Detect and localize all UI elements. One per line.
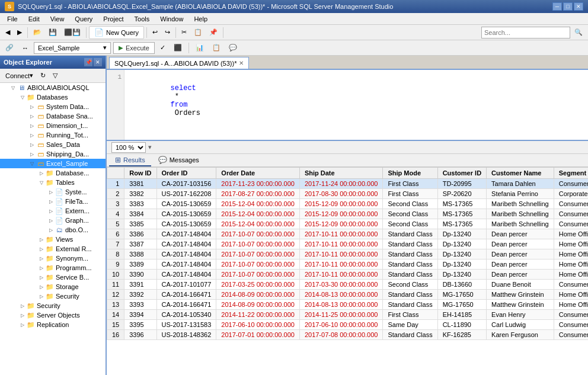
sql-content[interactable]: select * from Orders — [113, 73, 582, 126]
table-row[interactable]: 16 3396 US-2018-148362 2017-07-01 00:00:… — [107, 330, 589, 340]
tree-running[interactable]: ▷ 🗃 Running_Tot... — [0, 130, 106, 140]
tree-root[interactable]: ▽ 🖥 ABIOLA\ABIOLASQL — [0, 83, 106, 92]
menu-view[interactable]: View — [46, 14, 69, 24]
refresh-button[interactable]: ↻ — [37, 69, 49, 82]
tree-prog[interactable]: ▷ 📁 Programm... — [0, 263, 106, 273]
explorer-header-buttons[interactable]: 📌 ✕ — [84, 58, 102, 66]
new-query-button[interactable]: 📄 New Query — [89, 26, 144, 39]
table-row[interactable]: 4 3384 CA-2015-130659 2015-12-04 00:00:0… — [107, 209, 589, 219]
table-row[interactable]: 14 3394 CA-2014-105340 2014-11-22 00:00:… — [107, 310, 589, 320]
sql-query-tab[interactable]: SQLQuery1.sql - A...ABIOLA DAVID (53))* … — [109, 57, 249, 69]
menu-edit[interactable]: Edit — [24, 14, 44, 24]
tree-fileta[interactable]: ▷ 📄 FileTa... — [0, 197, 106, 206]
connect-button[interactable]: Connect ▾ — [2, 69, 36, 82]
tree-sec-expand[interactable]: ▷ — [19, 302, 26, 309]
col-header-customername[interactable]: Customer Name — [487, 168, 554, 179]
database-dropdown[interactable]: Excel_Sample ▾ — [34, 42, 111, 54]
minimize-button[interactable]: ─ — [552, 2, 562, 11]
table-row[interactable]: 3 3383 CA-2015-130659 2015-12-04 00:00:0… — [107, 199, 589, 209]
tree-graph-expand[interactable]: ▷ — [47, 217, 55, 224]
table-row[interactable]: 6 3386 CA-2017-148404 2017-10-07 00:00:0… — [107, 229, 589, 239]
filter-button[interactable]: ▽ — [50, 69, 60, 82]
search-button[interactable]: 🔍 — [571, 26, 586, 39]
tree-excel-expand[interactable]: ▽ — [28, 160, 36, 167]
col-header-orderdate[interactable]: Order Date — [216, 168, 300, 179]
tree-syn-expand[interactable]: ▷ — [38, 255, 45, 262]
tree-tables[interactable]: ▽ 📁 Tables — [0, 178, 106, 187]
col-header-segment[interactable]: Segment — [554, 168, 588, 179]
undo-button[interactable]: ↩ — [149, 26, 161, 39]
col-header-orderid[interactable]: Order ID — [156, 168, 216, 179]
title-bar-buttons[interactable]: ─ □ ✕ — [552, 2, 583, 11]
tree-dim-expand[interactable]: ▷ — [28, 122, 36, 129]
tree-dimension[interactable]: ▷ 🗃 Dimension_t... — [0, 121, 106, 130]
tree-secsub-expand[interactable]: ▷ — [38, 293, 45, 300]
toolbar2-btn2[interactable]: ↔ — [19, 41, 31, 55]
table-row[interactable]: 5 3385 CA-2015-130659 2015-12-04 00:00:0… — [107, 219, 589, 229]
menu-help[interactable]: Help — [189, 14, 212, 24]
messages-button[interactable]: 💬 — [226, 41, 240, 55]
tree-databases[interactable]: ▽ 📁 Databases — [0, 92, 106, 102]
tree-db-props[interactable]: ▷ 📁 Database... — [0, 168, 106, 178]
paste-button[interactable]: 📌 — [206, 26, 220, 39]
tree-system-data[interactable]: ▷ 🗃 System Data... — [0, 102, 106, 111]
table-row[interactable]: 9 3389 CA-2017-148404 2017-10-07 00:00:0… — [107, 259, 589, 270]
tree-extref-expand[interactable]: ▷ — [38, 245, 45, 252]
col-header-rowid[interactable]: Row ID — [124, 168, 156, 179]
tree-prog-expand[interactable]: ▷ — [38, 264, 45, 271]
tree-ship-expand[interactable]: ▷ — [28, 150, 36, 158]
tree-views[interactable]: ▷ 📁 Views — [0, 235, 106, 244]
copy-button[interactable]: 📋 — [191, 26, 205, 39]
tree-views-expand[interactable]: ▷ — [38, 236, 45, 243]
tree-root-expand[interactable]: ▽ — [9, 84, 17, 91]
table-row[interactable]: 15 3395 US-2017-131583 2017-06-10 00:00:… — [107, 320, 589, 330]
col-header-customerid[interactable]: Customer ID — [437, 168, 486, 179]
sql-editor[interactable]: 1 select * from Orders — [107, 70, 588, 141]
col-header-shipmode[interactable]: Ship Mode — [383, 168, 437, 179]
tree-storage-expand[interactable]: ▷ — [38, 283, 45, 290]
menu-file[interactable]: File — [2, 14, 23, 24]
save-all-button[interactable]: ⬛💾 — [61, 26, 84, 39]
toolbar2-btn1[interactable]: 🔗 — [2, 41, 17, 55]
back-button[interactable]: ◀ — [2, 26, 13, 39]
execute-button[interactable]: ▶ Execute — [113, 42, 155, 54]
tree-excel-sample[interactable]: ▽ 🗃 Excel_Sample — [0, 159, 106, 168]
tree-fileta-expand[interactable]: ▷ — [47, 198, 55, 205]
tree-dbprops-expand[interactable]: ▷ — [38, 169, 45, 177]
tree-storage[interactable]: ▷ 📁 Storage — [0, 282, 106, 291]
tree-graph[interactable]: ▷ 📄 Graph... — [0, 216, 106, 225]
tree-service[interactable]: ▷ 📁 Service B... — [0, 273, 106, 282]
table-row[interactable]: 7 3387 CA-2017-148404 2017-10-07 00:00:0… — [107, 239, 589, 249]
tree-run-expand[interactable]: ▷ — [28, 132, 36, 139]
tree-srvobj-expand[interactable]: ▷ — [19, 312, 26, 319]
redo-button[interactable]: ↪ — [162, 26, 173, 39]
tree-replication[interactable]: ▷ 📁 Replication — [0, 320, 106, 329]
cut-button[interactable]: ✂ — [178, 26, 190, 39]
tree-synonym[interactable]: ▷ 📁 Synonym... — [0, 254, 106, 263]
menu-project[interactable]: Project — [98, 14, 128, 24]
menu-window[interactable]: Window — [155, 14, 188, 24]
tree-dbo-expand[interactable]: ▷ — [47, 226, 55, 233]
forward-button[interactable]: ▶ — [14, 26, 25, 39]
menu-tools[interactable]: Tools — [130, 14, 155, 24]
messages-tab[interactable]: 💬 Messages — [152, 155, 205, 166]
results-table-container[interactable]: Row ID Order ID Order Date Ship Date Shi… — [107, 167, 588, 375]
tree-extref[interactable]: ▷ 📁 External R... — [0, 244, 106, 254]
table-row[interactable]: 10 3390 CA-2017-148404 2017-10-07 00:00:… — [107, 270, 589, 280]
tree-sales[interactable]: ▷ 🗃 Sales_Data — [0, 140, 106, 149]
tree-external[interactable]: ▷ 📄 Extern... — [0, 206, 106, 216]
results-tab[interactable]: ⊞ Results — [109, 155, 151, 166]
tree-dbsnap-expand[interactable]: ▷ — [28, 113, 36, 120]
table-row[interactable]: 11 3391 CA-2017-101077 2017-03-25 00:00:… — [107, 280, 589, 290]
tree-security[interactable]: ▷ 📁 Security — [0, 301, 106, 310]
tree-systbl-expand[interactable]: ▷ — [47, 188, 55, 195]
tree-tables-expand[interactable]: ▽ — [38, 179, 45, 186]
explorer-pin-button[interactable]: 📌 — [84, 58, 92, 66]
save-button[interactable]: 💾 — [46, 26, 60, 39]
zoom-select[interactable]: 100 % — [111, 142, 146, 153]
tab-close-button[interactable]: ✕ — [239, 60, 244, 66]
search-input[interactable] — [481, 27, 570, 39]
table-row[interactable]: 13 3393 CA-2014-166471 2014-08-09 00:00:… — [107, 300, 589, 310]
col-header-shipdate[interactable]: Ship Date — [299, 168, 383, 179]
tree-svc-expand[interactable]: ▷ — [38, 274, 45, 281]
